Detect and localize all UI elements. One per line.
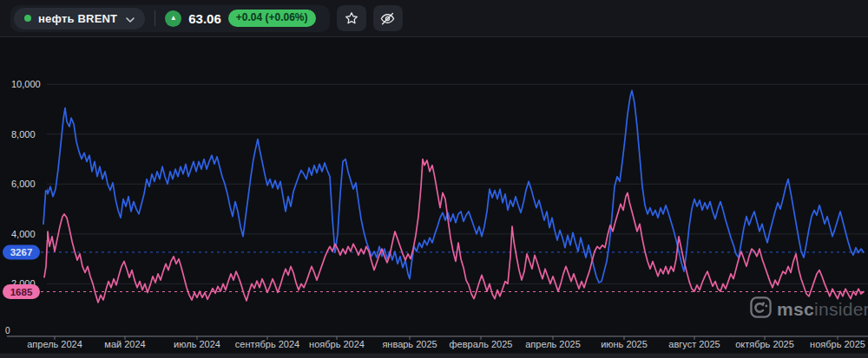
instrument-group: нефть BRENT ▲ 63.06 +0.04 (+0.06%): [10, 5, 330, 32]
x-axis-labels[interactable]: апрель 2024май 2024июль 2024сентябрь 202…: [27, 336, 865, 349]
svg-text:апрель 2024: апрель 2024: [27, 339, 82, 349]
symbol-name: нефть BRENT: [38, 12, 117, 25]
last-value-lines: [41, 252, 865, 292]
svg-text:май 2024: май 2024: [104, 339, 145, 349]
last-price: 63.06: [188, 11, 221, 26]
svg-text:8,000: 8,000: [11, 129, 36, 140]
svg-text:3267: 3267: [10, 247, 33, 257]
svg-text:февраль 2025: февраль 2025: [450, 339, 513, 349]
chart-area: 10,0008,0006,0004,0002,000032671685апрел…: [0, 37, 868, 358]
svg-text:1685: 1685: [10, 287, 33, 297]
svg-text:4,000: 4,000: [11, 229, 36, 239]
svg-text:ноябрь 2024: ноябрь 2024: [309, 339, 365, 349]
price-area: ▲ 63.06 +0.04 (+0.06%): [165, 10, 320, 26]
chevron-down-icon: [126, 10, 135, 26]
toolbar: нефть BRENT ▲ 63.06 +0.04 (+0.06%): [0, 0, 868, 37]
last-value-badge-blue: 3267: [3, 244, 40, 259]
hide-button[interactable]: [373, 5, 403, 31]
divider: [155, 10, 155, 26]
bottom-strip: [0, 354, 868, 358]
star-icon: [344, 10, 359, 26]
symbol-selector[interactable]: нефть BRENT: [14, 8, 145, 29]
svg-text:октябрь 2025: октябрь 2025: [735, 339, 794, 349]
trend-up-icon: ▲: [165, 10, 181, 27]
change-badge: +0.04 (+0.06%): [228, 10, 316, 26]
svg-text:0: 0: [5, 326, 10, 335]
svg-text:апрель 2025: апрель 2025: [525, 339, 581, 349]
svg-text:январь 2025: январь 2025: [382, 339, 437, 349]
svg-text:август 2025: август 2025: [668, 339, 720, 349]
svg-text:10,000: 10,000: [11, 79, 41, 89]
last-value-badge-pink: 1685: [3, 284, 40, 299]
svg-text:июль 2024: июль 2024: [174, 339, 220, 349]
svg-text:июнь 2025: июнь 2025: [601, 339, 648, 349]
svg-text:ноябрь 2025: ноябрь 2025: [810, 339, 865, 349]
app-root: нефть BRENT ▲ 63.06 +0.04 (+0.06%): [0, 0, 868, 358]
svg-text:6,000: 6,000: [11, 179, 36, 189]
favorite-button[interactable]: [337, 5, 366, 31]
eye-off-icon: [379, 10, 396, 27]
price-chart-svg[interactable]: 10,0008,0006,0004,0002,000032671685апрел…: [0, 37, 868, 358]
svg-text:сентябрь 2024: сентябрь 2024: [235, 339, 299, 349]
market-status-dot-icon: [24, 15, 31, 22]
